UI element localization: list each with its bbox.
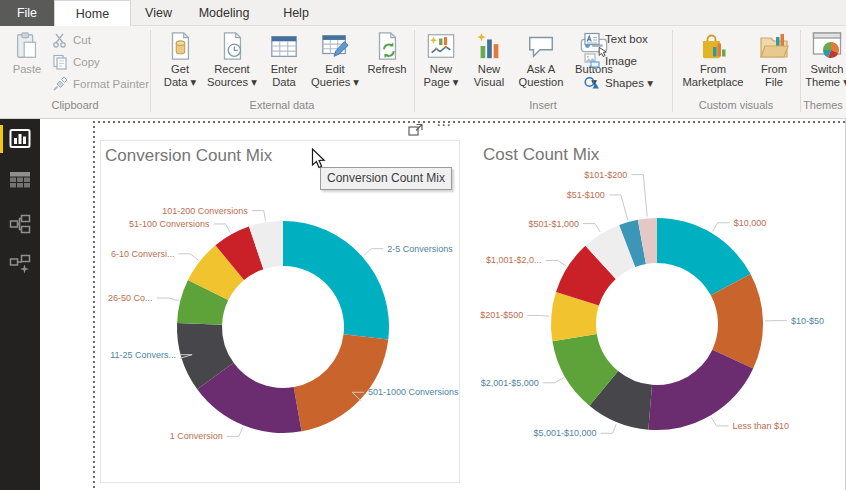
text-box-label: Text box <box>605 33 648 45</box>
refresh-icon <box>363 30 411 62</box>
tab-file[interactable]: File <box>0 0 54 26</box>
label-leader-line <box>543 378 564 383</box>
label-leader-line <box>214 224 231 233</box>
more-options-icon[interactable]: ⋯ <box>436 116 452 134</box>
copy-icon <box>52 54 69 70</box>
format-painter-button[interactable]: Format Painter <box>52 75 149 93</box>
edit-queries-label: Edit Queries ▾ <box>309 63 361 89</box>
visual-conversion-count-mix[interactable]: 2-5 Conversions501-1000 Conversions1 Con… <box>100 140 460 483</box>
from-file-icon <box>752 30 796 62</box>
donut-segment[interactable] <box>294 334 389 431</box>
from-marketplace-icon <box>678 30 748 62</box>
text-box-icon <box>584 31 601 47</box>
tab-help[interactable]: Help <box>262 0 330 26</box>
label-leader-line <box>583 224 600 233</box>
from-marketplace-button[interactable]: From Marketplace <box>678 29 748 97</box>
get-data-icon <box>157 30 203 62</box>
label-leader-line <box>364 249 383 256</box>
from-file-button[interactable]: From File <box>752 29 796 97</box>
visual-cost-count-mix[interactable]: $10,000$10-$50Less than $10$5,001-$10,00… <box>476 140 836 483</box>
get-data-label: Get Data ▾ <box>157 63 203 89</box>
view-sidebar <box>0 119 40 490</box>
copy-label: Copy <box>73 56 100 68</box>
switch-theme-icon <box>803 30 846 62</box>
enter-data-button[interactable]: Enter Data <box>261 29 307 97</box>
paste-label: Paste <box>6 63 48 76</box>
new-visual-icon <box>466 30 512 62</box>
cut-label: Cut <box>73 34 91 46</box>
copy-button[interactable]: Copy <box>52 53 100 71</box>
donut-segment[interactable] <box>283 221 389 340</box>
ask-a-question-button[interactable]: Ask A Question <box>514 29 568 97</box>
new-visual-button[interactable]: New Visual <box>466 29 512 97</box>
edit-queries-icon <box>309 30 361 62</box>
external-data-group-label: External data <box>150 99 414 115</box>
label-leader-line <box>601 424 617 433</box>
shapes-label: Shapes ▾ <box>605 76 653 90</box>
from-marketplace-label: From Marketplace <box>678 63 748 89</box>
model-view-new-icon <box>9 261 31 278</box>
new-page-icon <box>418 30 464 62</box>
shapes-button[interactable]: Shapes ▾ <box>584 74 653 92</box>
paste-button[interactable]: Paste <box>6 29 48 97</box>
sidebar-item-model-view-new[interactable] <box>9 253 33 277</box>
slice-label: 501-1000 Conversions <box>368 387 459 397</box>
recent-sources-icon <box>205 30 259 62</box>
new-page-button[interactable]: New Page ▾ <box>418 29 464 97</box>
slice-label: $5,001-$10,000 <box>533 428 596 438</box>
report-view-icon <box>9 136 31 153</box>
slice-label: $201-$500 <box>480 310 523 320</box>
slice-label: $501-$1,000 <box>528 219 579 229</box>
insert-group-label: Insert <box>414 99 672 115</box>
slice-label: 6-10 Conversi... <box>111 249 175 259</box>
label-leader-line <box>609 195 628 220</box>
switch-theme-label: Switch Theme ▾ <box>803 63 846 89</box>
refresh-button[interactable]: Refresh <box>363 29 411 97</box>
tab-modeling[interactable]: Modeling <box>186 0 262 26</box>
ribbon-body: Paste Cut Copy Format Painter <box>0 26 846 119</box>
clipboard-group-label: Clipboard <box>0 99 150 115</box>
cut-button[interactable]: Cut <box>52 31 91 49</box>
text-box-button[interactable]: Text box <box>584 30 648 48</box>
data-view-icon <box>9 178 31 195</box>
donut-segment[interactable] <box>648 350 753 430</box>
slice-label: $101-$200 <box>584 170 627 180</box>
powerbi-window: File Home View Modeling Help Paste Cut <box>0 0 846 490</box>
label-leader-line <box>631 175 647 217</box>
custom-visuals-group-label: Custom visuals <box>672 99 800 115</box>
slice-label: 26-50 Co... <box>108 293 153 303</box>
new-page-label: New Page ▾ <box>418 63 464 89</box>
image-button[interactable]: Image <box>584 52 637 70</box>
tab-view[interactable]: View <box>131 0 186 26</box>
sidebar-item-model-view[interactable] <box>9 213 33 237</box>
cut-icon <box>52 32 69 48</box>
donut-chart-conversion: 2-5 Conversions501-1000 Conversions1 Con… <box>101 141 461 484</box>
slice-label: Less than $10 <box>732 421 789 431</box>
label-leader-line <box>178 254 198 260</box>
paste-icon <box>6 30 48 62</box>
sidebar-item-report-view[interactable] <box>9 128 33 152</box>
ribbon-tab-row: File Home View Modeling Help <box>0 0 846 26</box>
visual-header-icons: ⋯ <box>408 122 464 138</box>
model-view-icon <box>9 221 31 238</box>
label-leader-line <box>713 223 730 232</box>
enter-data-icon <box>261 30 307 62</box>
slice-label: 2-5 Conversions <box>387 244 453 254</box>
recent-sources-button[interactable]: Recent Sources ▾ <box>205 29 259 97</box>
page-boundary-left <box>93 121 95 490</box>
visual-title: Cost Count Mix <box>483 145 599 165</box>
format-painter-icon <box>52 76 69 92</box>
ribbon: File Home View Modeling Help Paste Cut <box>0 0 846 119</box>
sidebar-item-data-view[interactable] <box>9 170 33 194</box>
ask-a-question-label: Ask A Question <box>514 63 568 89</box>
get-data-button[interactable]: Get Data ▾ <box>157 29 203 97</box>
tab-home[interactable]: Home <box>54 0 131 26</box>
edit-queries-button[interactable]: Edit Queries ▾ <box>309 29 361 97</box>
visual-title: Conversion Count Mix <box>105 146 272 166</box>
report-canvas[interactable]: ⋯ 2-5 Conversions501-1000 Conversions1 C… <box>40 119 846 490</box>
shapes-icon <box>584 75 601 91</box>
switch-theme-button[interactable]: Switch Theme ▾ <box>803 29 846 97</box>
recent-sources-label: Recent Sources ▾ <box>205 63 259 89</box>
slice-label: $10-$50 <box>791 316 824 326</box>
focus-mode-icon[interactable] <box>408 123 424 141</box>
